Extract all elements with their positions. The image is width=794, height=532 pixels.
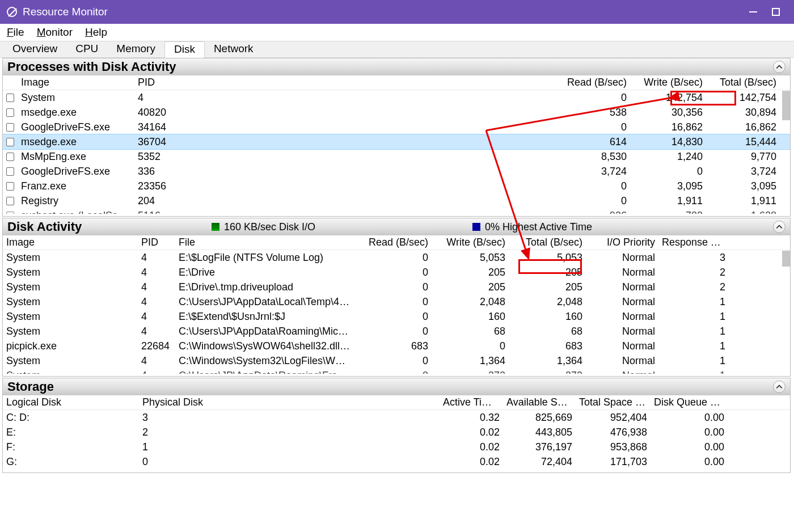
menu-monitor[interactable]: Monitor — [37, 26, 73, 39]
cell-image: System — [3, 281, 138, 293]
table-row[interactable]: GoogleDriveFS.exe34164016,86216,862 — [3, 120, 790, 134]
collapse-button[interactable] — [773, 381, 785, 393]
checkbox[interactable] — [6, 123, 14, 132]
col-total-space[interactable]: Total Space (MB) — [576, 396, 651, 408]
cell-pid: 204 — [134, 195, 180, 207]
panel-header[interactable]: Storage — [3, 378, 790, 395]
col-pid[interactable]: PID — [134, 77, 180, 88]
col-available-space[interactable]: Available Space… — [503, 396, 576, 408]
col-queue-length[interactable]: Disk Queue Le… — [651, 396, 730, 408]
cell-read: 0 — [354, 311, 432, 323]
col-image[interactable]: Image — [18, 77, 134, 88]
checkbox[interactable] — [6, 138, 14, 146]
cell-write: 14,830 — [630, 136, 706, 148]
cell-response: 1 — [658, 311, 731, 323]
tab-overview[interactable]: Overview — [3, 41, 66, 57]
checkbox[interactable] — [6, 167, 14, 176]
app-icon — [7, 7, 17, 17]
col-write[interactable]: Write (B/sec) — [630, 77, 706, 88]
table-row[interactable]: F:10.02376,197953,8680.00 — [3, 440, 790, 454]
cell-total: 142,754 — [706, 92, 782, 104]
table-row[interactable]: GoogleDriveFS.exe3363,72403,724 — [3, 164, 790, 179]
checkbox[interactable] — [6, 153, 14, 161]
checkbox[interactable] — [6, 197, 14, 205]
col-read[interactable]: Read (B/sec) — [354, 237, 432, 248]
cell-totalspace: 476,938 — [576, 427, 651, 438]
col-response[interactable]: Response Time… — [658, 237, 731, 248]
menu-help[interactable]: Help — [85, 26, 107, 39]
tab-memory[interactable]: Memory — [107, 41, 164, 57]
col-total[interactable]: Total (B/sec) — [509, 237, 586, 248]
window-title: Resource Monitor — [23, 6, 108, 18]
scrollbar-thumb[interactable] — [782, 251, 790, 267]
col-write[interactable]: Write (B/sec) — [432, 237, 509, 248]
cell-write: 16,862 — [630, 121, 706, 133]
cell-image: MsMpEng.exe — [18, 151, 134, 163]
col-physical-disk[interactable]: Physical Disk — [139, 396, 440, 408]
table-row[interactable]: Franz.exe2335603,0953,095 — [3, 179, 790, 193]
table-row[interactable]: System4E:\$Extend\$UsnJrnl:$J0160160Norm… — [3, 309, 790, 324]
minimize-button[interactable] — [749, 7, 758, 16]
cell-pid: 22684 — [138, 340, 175, 352]
tab-cpu[interactable]: CPU — [66, 41, 107, 57]
table-row[interactable]: G:00.0272,404171,7030.00 — [3, 454, 790, 469]
checkbox[interactable] — [6, 108, 14, 117]
cell-physical: 0 — [139, 456, 440, 468]
table-row[interactable]: System40142,754142,754 — [3, 90, 790, 105]
table-row[interactable]: System4C:\Users\JP\AppData\Roaming\Micro… — [3, 324, 790, 339]
col-active-time[interactable]: Active Time (%) — [440, 396, 503, 408]
cell-queue: 0.00 — [651, 412, 730, 424]
tab-network[interactable]: Network — [205, 41, 263, 57]
panel-header[interactable]: Disk Activity 160 KB/sec Disk I/O 0% Hig… — [3, 218, 790, 235]
scrollbar-thumb[interactable] — [782, 91, 790, 120]
cell-total: 5,053 — [509, 252, 586, 264]
col-priority[interactable]: I/O Priority — [586, 237, 658, 248]
cell-total: 683 — [509, 340, 586, 352]
checkbox[interactable] — [6, 94, 14, 102]
collapse-button[interactable] — [773, 221, 785, 233]
cell-total: 1,364 — [509, 355, 586, 367]
table-row[interactable]: MsMpEng.exe53528,5301,2409,770 — [3, 149, 790, 164]
col-read[interactable]: Read (B/sec) — [539, 77, 630, 88]
table-row[interactable]: System4C:\Users\JP\AppData\Local\Temp\43… — [3, 294, 790, 309]
collapse-button[interactable] — [773, 61, 785, 73]
cell-read: 3,724 — [539, 166, 630, 178]
table-row[interactable]: System4C:\Windows\System32\LogFiles\WMI\… — [3, 353, 790, 368]
col-total[interactable]: Total (B/sec) — [706, 77, 782, 88]
table-row[interactable]: E:20.02443,805476,9380.00 — [3, 425, 790, 440]
cell-priority: Normal — [586, 267, 658, 278]
table-row[interactable]: msedge.exe4082053830,35630,894 — [3, 105, 790, 120]
cell-file: C:\Users\JP\AppData\Roaming\Microsoft… — [175, 326, 354, 337]
cell-priority: Normal — [586, 355, 658, 367]
menu-file[interactable]: File — [7, 26, 24, 39]
table-row[interactable]: Registry20401,9111,911 — [3, 193, 790, 208]
cell-physical: 2 — [139, 427, 440, 438]
table-row[interactable]: msedge.exe3670461414,83015,444 — [3, 134, 790, 149]
table-row[interactable]: System4E:\Drive0205205Normal2 — [3, 265, 790, 280]
checkbox[interactable] — [6, 182, 14, 191]
cell-pid: 4 — [138, 311, 175, 323]
panel-header[interactable]: Processes with Disk Activity — [3, 58, 790, 75]
maximize-button[interactable] — [771, 7, 780, 16]
table-row[interactable]: System4E:\$LogFile (NTFS Volume Log)05,0… — [3, 250, 790, 265]
cell-pid: 4 — [138, 267, 175, 278]
col-image[interactable]: Image — [3, 237, 138, 248]
col-logical-disk[interactable]: Logical Disk — [3, 396, 139, 408]
cell-image: System — [18, 92, 134, 104]
table-row[interactable]: System4E:\Drive\.tmp.driveupload0205205N… — [3, 280, 790, 294]
table-row[interactable]: C: D:30.32825,669952,4040.00 — [3, 410, 790, 425]
tab-disk[interactable]: Disk — [164, 41, 205, 58]
cell-physical: 3 — [139, 412, 440, 424]
col-pid[interactable]: PID — [138, 237, 175, 248]
cell-pid: 336 — [134, 166, 180, 178]
table-row[interactable]: picpick.exe22684C:\Windows\SysWOW64\shel… — [3, 339, 790, 353]
column-headers: Logical Disk Physical Disk Active Time (… — [3, 395, 790, 410]
col-file[interactable]: File — [175, 237, 354, 248]
cell-total: 16,862 — [706, 121, 782, 133]
cell-write: 68 — [432, 326, 509, 337]
cell-pid: 40820 — [134, 107, 180, 119]
cell-write: 205 — [432, 267, 509, 278]
active-time-icon — [472, 223, 480, 231]
menu-bar: File Monitor Help — [0, 24, 794, 41]
cell-priority: Normal — [586, 340, 658, 352]
